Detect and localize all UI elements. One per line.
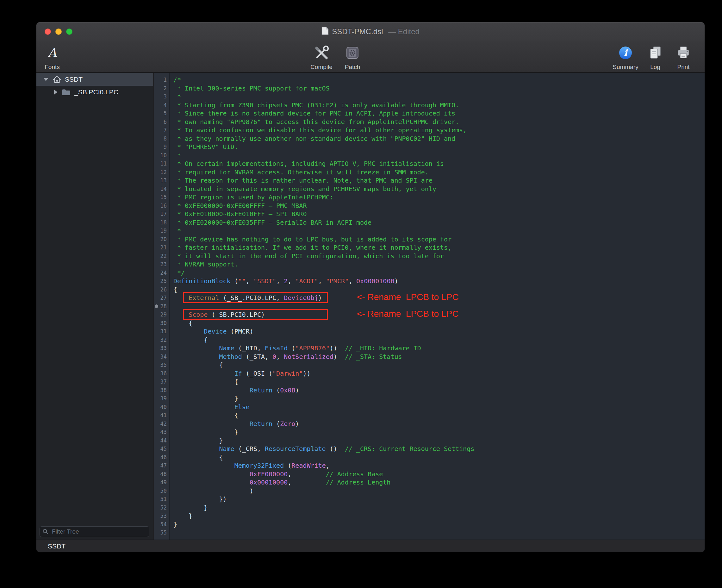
- line-number: 3: [154, 92, 170, 101]
- sidebar-tree: SSDT _SB.PCI0.LPC: [36, 73, 153, 540]
- code-text: * "PCHRESV" UID.: [170, 143, 238, 151]
- app-window: SSDT-PMC.dsl — Edited A Fonts Compile: [36, 22, 705, 552]
- code-text: }): [170, 495, 227, 504]
- code-line: 43 }: [154, 428, 705, 436]
- summary-button[interactable]: i Summary: [608, 42, 643, 71]
- code-line: 4 * Starting from Z390 chipsets PMC (D31…: [154, 101, 705, 109]
- window-title: SSDT-PMC.dsl — Edited: [321, 26, 420, 37]
- line-number: 9: [154, 143, 170, 151]
- code-line: 47 Memory32Fixed (ReadWrite,: [154, 461, 705, 470]
- code-text: {: [170, 286, 177, 294]
- line-number: 15: [154, 193, 170, 202]
- line-number: 6: [154, 118, 170, 126]
- line-number: 11: [154, 160, 170, 168]
- code-line: 33 Name (_HID, EisaId ("APP9876")) // _H…: [154, 344, 705, 353]
- line-number: 47: [154, 461, 170, 470]
- patch-button[interactable]: Patch: [337, 42, 368, 71]
- disclosure-triangle-closed-icon[interactable]: [54, 89, 57, 94]
- code-line: 3 *: [154, 92, 705, 101]
- log-documents-icon: [640, 42, 671, 63]
- line-number: 13: [154, 176, 170, 185]
- printer-icon: [667, 42, 699, 63]
- line-number: 42: [154, 420, 170, 428]
- line-number: 10: [154, 151, 170, 160]
- code-text: {: [170, 361, 223, 369]
- code-line: 48 0xFE000000, // Address Base: [154, 470, 705, 479]
- sidebar-item-label: SSDT: [65, 76, 83, 83]
- line-number: 41: [154, 411, 170, 420]
- sidebar-item-ssdt[interactable]: SSDT: [36, 73, 153, 86]
- line-number: 20: [154, 235, 170, 244]
- fonts-button[interactable]: A Fonts: [37, 42, 67, 71]
- code-text: {: [170, 411, 238, 420]
- code-text: * Intel 300-series PMC support for macOS: [170, 84, 330, 93]
- code-line: 24 */: [154, 269, 705, 277]
- code-line: 32 {: [154, 336, 705, 344]
- line-number: 46: [154, 453, 170, 462]
- log-label: Log: [650, 63, 660, 71]
- disclosure-triangle-open-icon[interactable]: [43, 78, 48, 81]
- search-icon: [42, 528, 49, 536]
- code-line: 5 * Since there is no standard device fo…: [154, 109, 705, 118]
- code-line: 45 Name (_CRS, ResourceTemplate () // _C…: [154, 445, 705, 453]
- code-line: 23 * NVRAM support.: [154, 260, 705, 269]
- code-line: 31 Device (PMCR): [154, 327, 705, 336]
- code-text: 0x00010000, // Address Length: [170, 478, 390, 487]
- title-bar[interactable]: SSDT-PMC.dsl — Edited: [36, 22, 705, 41]
- line-number: 8: [154, 134, 170, 143]
- line-number: 55: [154, 528, 170, 537]
- code-line: 20 * PMC device has nothing to do to LPC…: [154, 235, 705, 244]
- compile-label: Compile: [311, 63, 333, 71]
- line-number: 27: [154, 294, 170, 302]
- close-button[interactable]: [45, 28, 51, 35]
- code-line: 40 Else: [154, 403, 705, 412]
- code-line: 54}: [154, 520, 705, 529]
- document-title: SSDT-PMC.dsl: [332, 27, 383, 36]
- line-number: 1: [154, 76, 170, 84]
- info-icon: i: [608, 42, 643, 63]
- sidebar-item-sb-pci0-lpc[interactable]: _SB.PCI0.LPC: [36, 86, 153, 99]
- code-line: 49 0x00010000, // Address Length: [154, 478, 705, 487]
- line-number: 36: [154, 369, 170, 378]
- code-text: * Starting from Z390 chipsets PMC (D31:F…: [170, 101, 459, 109]
- line-number: 24: [154, 269, 170, 277]
- sidebar-item-label: _SB.PCI0.LPC: [75, 88, 118, 96]
- line-number: 23: [154, 260, 170, 269]
- summary-label: Summary: [613, 63, 638, 71]
- filter-tree-input[interactable]: [40, 526, 149, 537]
- toolbar: A Fonts Compile: [36, 41, 705, 73]
- line-number: 19: [154, 227, 170, 235]
- code-text: * 0xFE020000~0xFE035FFF — SerialIo BAR i…: [170, 218, 371, 227]
- line-number: 25: [154, 277, 170, 286]
- code-text: * NVRAM support.: [170, 260, 238, 269]
- gutter-marker-dot[interactable]: [155, 304, 158, 308]
- code-line: 14 * located in separate memory regions …: [154, 185, 705, 193]
- filter-tree-field: [40, 526, 149, 537]
- print-button[interactable]: Print: [667, 42, 699, 71]
- line-number: 26: [154, 286, 170, 294]
- log-button[interactable]: Log: [640, 42, 671, 71]
- line-number: 51: [154, 495, 170, 504]
- line-number: 52: [154, 504, 170, 512]
- compile-button[interactable]: Compile: [306, 42, 337, 71]
- line-number: 16: [154, 202, 170, 210]
- line-number: 54: [154, 520, 170, 529]
- line-number: 30: [154, 319, 170, 328]
- code-line: 22 * it will start in the end of PCI con…: [154, 252, 705, 260]
- home-icon: [53, 76, 61, 83]
- code-line: 41 {: [154, 411, 705, 420]
- code-text: * PMC device has nothing to do to LPC bu…: [170, 235, 451, 244]
- line-number: 53: [154, 512, 170, 520]
- code-editor[interactable]: 1/*2 * Intel 300-series PMC support for …: [154, 73, 705, 540]
- code-line: 12 * required for NVRAM access. Otherwis…: [154, 168, 705, 176]
- code-line: 25DefinitionBlock ("", "SSDT", 2, "ACDT"…: [154, 277, 705, 286]
- line-number: 33: [154, 344, 170, 353]
- zoom-button[interactable]: [66, 28, 72, 35]
- line-number: 44: [154, 436, 170, 445]
- code-line: 17 * 0xFE010000~0xFE010FFF — SPI BAR0: [154, 210, 705, 218]
- code-text: Name (_CRS, ResourceTemplate () // _CRS:…: [170, 445, 474, 453]
- minimize-button[interactable]: [55, 28, 62, 35]
- code-line: 18 * 0xFE020000~0xFE035FFF — SerialIo BA…: [154, 218, 705, 227]
- code-line: 53 }: [154, 512, 705, 520]
- code-text: * 0xFE000000~0xFE00FFFF — PMC MBAR: [170, 202, 306, 210]
